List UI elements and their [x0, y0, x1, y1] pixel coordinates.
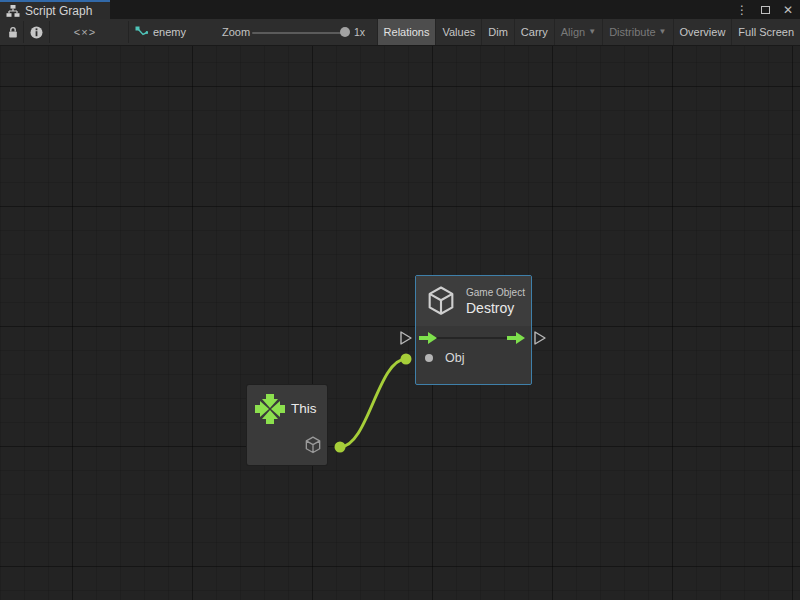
window-controls: ⋮ ✕ [734, 0, 796, 19]
lock-icon[interactable] [3, 19, 22, 45]
maximize-icon[interactable] [757, 2, 773, 18]
flow-output-port[interactable] [534, 331, 546, 345]
overview-button[interactable]: Overview [673, 19, 732, 45]
graph-name-label: enemy [153, 26, 186, 38]
node-this-title: This [291, 401, 317, 416]
distribute-dropdown[interactable]: Distribute ▼ [602, 19, 672, 45]
tab-title: Script Graph [25, 4, 92, 18]
relations-button[interactable]: Relations [377, 19, 436, 45]
zoom-value: 1x [354, 19, 365, 45]
flow-input-port[interactable] [400, 331, 412, 345]
tab-script-graph[interactable]: Script Graph [0, 0, 110, 19]
graph-toolbar: <×> enemy Zoom 1x Relations Values Dim C… [0, 19, 800, 46]
code-icon[interactable]: <×> [62, 19, 108, 45]
node-this[interactable]: This [247, 385, 327, 465]
flow-relation-line [436, 337, 510, 339]
node-destroy-header: Game Object Destroy [416, 276, 531, 326]
toolbar-separator [49, 21, 50, 43]
breadcrumb-graph-name[interactable]: enemy [135, 19, 186, 45]
toolbar-button-group: Relations Values Dim Carry Align ▼ Distr… [377, 19, 800, 45]
script-graph-tree-icon [6, 5, 20, 17]
green-compress-arrows-icon [255, 394, 285, 424]
flow-output-arrow-icon[interactable] [507, 332, 525, 344]
script-graph-window: Script Graph ⋮ ✕ <×> [0, 0, 800, 600]
window-menu-icon[interactable]: ⋮ [734, 2, 750, 18]
values-button[interactable]: Values [435, 19, 481, 45]
close-icon[interactable]: ✕ [780, 2, 796, 18]
graph-canvas[interactable]: Game Object Destroy Obj [0, 46, 800, 600]
teal-graph-icon [135, 26, 148, 38]
zoom-slider-track[interactable] [252, 32, 343, 34]
obj-port-label: Obj [445, 351, 464, 365]
zoom-slider-knob[interactable] [340, 27, 350, 37]
connection-wire[interactable] [0, 46, 800, 600]
chevron-down-icon: ▼ [659, 28, 667, 36]
wire-endpoint-dot [401, 354, 412, 365]
chevron-down-icon: ▼ [588, 28, 596, 36]
align-dropdown[interactable]: Align ▼ [554, 19, 602, 45]
flow-input-arrow-icon[interactable] [419, 332, 437, 344]
wire-endpoint-dot [335, 442, 346, 453]
obj-value-port[interactable] [425, 354, 433, 362]
fullscreen-button[interactable]: Full Screen [731, 19, 800, 45]
node-title-label: Destroy [466, 300, 525, 316]
node-category-label: Game Object [466, 287, 525, 298]
zoom-label: Zoom [222, 19, 250, 45]
gameobject-output-port[interactable] [303, 435, 323, 455]
title-bar: Script Graph ⋮ ✕ [0, 0, 800, 19]
node-destroy[interactable]: Game Object Destroy Obj [415, 275, 532, 385]
obj-input-row: Obj [425, 351, 464, 365]
carry-button[interactable]: Carry [514, 19, 554, 45]
wireframe-cube-icon [424, 284, 458, 318]
info-icon[interactable] [26, 19, 47, 45]
toolbar-separator [128, 21, 129, 43]
toolbar-separator [23, 21, 24, 43]
dim-button[interactable]: Dim [481, 19, 514, 45]
